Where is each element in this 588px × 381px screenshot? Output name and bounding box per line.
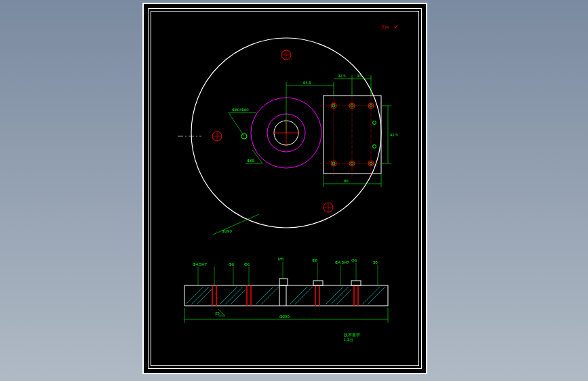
svg-line-47 bbox=[225, 287, 243, 304]
sd-h1: Φ4.5H7 bbox=[193, 262, 207, 266]
dim-lines-top bbox=[213, 75, 391, 235]
svg-rect-69 bbox=[313, 281, 323, 285]
sd-h6: Φ4.5H7 bbox=[335, 260, 349, 264]
svg-rect-70 bbox=[351, 281, 361, 285]
sd-h2: Φ6 bbox=[229, 262, 235, 266]
svg-rect-68 bbox=[279, 279, 288, 285]
drawing-canvas: 正向 ✓ bbox=[142, 3, 427, 374]
section-view: Φ290 Φ4.5H7 Φ6 Φ6 M5 Φ8 Φ4.5H7 Φ6 30 25 bbox=[144, 255, 429, 363]
svg-line-43 bbox=[186, 287, 203, 304]
svg-line-38 bbox=[229, 113, 244, 136]
dim-rect: 80 bbox=[344, 179, 349, 183]
svg-line-44 bbox=[191, 287, 209, 304]
section-overall: Φ290 bbox=[279, 315, 290, 319]
svg-line-57 bbox=[368, 287, 385, 304]
svg-line-51 bbox=[290, 287, 307, 304]
dim-bcd: Φ80/Φ60 bbox=[232, 108, 249, 112]
sd-h4: M5 bbox=[278, 257, 284, 261]
svg-line-53 bbox=[326, 287, 343, 304]
dim-d3: 30 bbox=[357, 74, 361, 78]
dim-d7: Φ290 bbox=[222, 229, 232, 233]
hatch bbox=[186, 287, 385, 304]
top-view: 64.5 32.5 30 42.5 Φ80/Φ60 Φ65 Φ290 80 bbox=[144, 4, 429, 248]
plate-holes bbox=[331, 103, 376, 166]
dim-d4: 42.5 bbox=[390, 133, 398, 137]
sd-t1: 25 bbox=[215, 311, 220, 315]
sd-h3: Φ6 bbox=[244, 262, 250, 266]
svg-line-50 bbox=[261, 287, 279, 304]
svg-line-46 bbox=[220, 287, 237, 304]
section-dim-leaders bbox=[198, 262, 378, 316]
dim-d1: 64.5 bbox=[303, 81, 311, 85]
dim-d2: 32.5 bbox=[338, 74, 346, 78]
svg-line-49 bbox=[256, 287, 273, 304]
sd-h9: 30 bbox=[373, 260, 378, 264]
svg-line-56 bbox=[362, 287, 380, 304]
svg-point-18 bbox=[373, 121, 376, 125]
svg-point-19 bbox=[373, 145, 376, 148]
sd-h5: Φ8 bbox=[312, 258, 318, 262]
svg-line-52 bbox=[295, 287, 313, 304]
svg-line-42 bbox=[213, 214, 259, 235]
dim-d5: Φ65 bbox=[247, 159, 255, 163]
svg-line-54 bbox=[331, 287, 349, 304]
note-1: 1.未注 bbox=[344, 338, 353, 342]
sd-h7: Φ6 bbox=[351, 258, 357, 262]
